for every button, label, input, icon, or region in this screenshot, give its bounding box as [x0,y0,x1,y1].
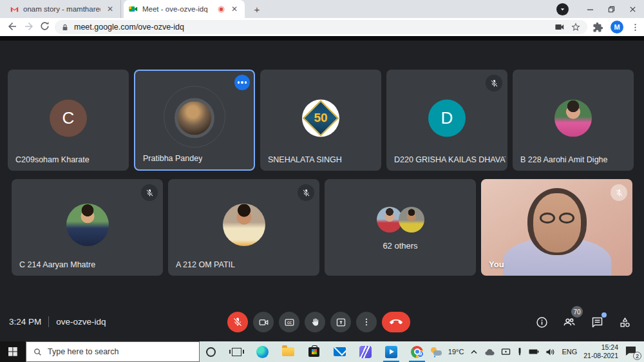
extensions-puzzle-icon[interactable] [592,22,603,33]
camera-toggle-button[interactable] [253,312,274,332]
clock-time: 15:24 [583,343,618,352]
forward-button[interactable] [23,21,36,33]
search-icon [33,348,42,356]
gmail-favicon-icon [10,6,19,13]
new-tab-button[interactable]: + [251,3,263,15]
overflow-participants-tile[interactable]: 62 others [325,179,476,276]
chat-panel-button[interactable] [589,314,605,330]
start-button[interactable] [0,341,26,362]
mic-toggle-button[interactable] [227,312,248,332]
meeting-code: ove-ozve-idq [56,317,106,327]
task-view-button[interactable] [227,341,247,362]
mic-muted-icon [298,184,314,201]
avatar [223,204,265,246]
tile-more-options-button[interactable] [234,75,250,90]
tray-expand-chevron-icon[interactable] [470,349,478,355]
language-indicator[interactable]: ENG [562,348,577,356]
participants-panel-button[interactable]: 70 [561,314,578,330]
cortana-button[interactable] [201,341,221,362]
action-center-button[interactable]: 2 [625,345,639,358]
window-minimize-button[interactable] [587,6,594,13]
movies-tv-icon [385,346,397,358]
browser-toolbar: meet.google.com/ove-ozve-idq M [0,18,644,36]
bookmark-star-icon[interactable] [571,22,581,32]
notification-count-badge: 2 [633,352,641,360]
url-text: meet.google.com/ove-ozve-idq [74,23,549,32]
meeting-panels: 70 [533,314,633,330]
weather-icon[interactable] [430,347,442,356]
call-controls: CC [227,312,410,332]
tab-close-icon[interactable]: ✕ [105,4,115,14]
clock-date: 21-08-2021 [583,352,618,360]
browser-tab-strip: onam story - mamthareddy@me ✕ Meet - ove… [0,0,644,18]
movies-tv-button[interactable] [381,341,401,362]
pen-icon[interactable] [517,347,522,356]
participant-name: Pratibha Pandey [143,154,202,163]
wireless-display-icon[interactable] [501,348,511,356]
activities-button[interactable] [616,314,633,330]
participant-name: D220 GRISHA KAILAS DHAVAT... [394,155,506,164]
participant-name: C209soham Kharate [15,155,90,164]
raise-hand-button[interactable] [305,312,325,332]
participant-tile[interactable]: D D220 GRISHA KAILAS DHAVAT... [386,70,507,171]
captions-button[interactable]: CC [279,312,299,332]
tab-gmail[interactable]: onam story - mamthareddy@me ✕ [5,0,121,18]
lock-icon[interactable] [61,23,69,32]
task-view-icon [232,348,242,356]
participant-tile[interactable]: A 212 OM PATIL [168,179,319,276]
participants-count-badge: 70 [571,306,583,318]
avatar: D [428,99,466,137]
avatar: 50 [302,99,339,137]
tab-meet[interactable]: Meet - ove-ozve-idq ✕ [124,0,245,18]
microsoft-store-button[interactable] [304,341,324,362]
chrome-meet-badge: M [417,350,424,357]
address-bar[interactable]: meet.google.com/ove-ozve-idq [55,20,587,34]
avatar [66,204,109,246]
tab-title: Meet - ove-ozve-idq [142,5,213,13]
app-a-icon [359,346,372,358]
tab-close-icon[interactable]: ✕ [229,4,240,14]
participant-tile-active-speaker[interactable]: Pratibha Pandey [134,70,255,171]
chrome-button[interactable]: M [407,341,427,362]
more-options-button[interactable] [356,312,377,332]
self-video-tile[interactable]: You [481,179,632,276]
edge-button[interactable] [252,341,272,362]
window-restore-button[interactable] [608,6,615,13]
taskbar-search-input[interactable]: Type here to search [26,341,200,362]
participant-name: SNEHALATA SINGH [268,155,342,164]
file-explorer-button[interactable] [278,341,298,362]
end-call-button[interactable] [382,312,410,332]
avatar: C [50,99,87,137]
mail-button[interactable] [330,341,350,362]
taskbar-clock[interactable]: 15:24 21-08-2021 [583,343,618,359]
meeting-details-button[interactable] [533,314,550,330]
divider [48,316,49,327]
reload-button[interactable] [39,21,52,33]
onedrive-icon[interactable] [484,348,495,356]
store-icon [308,347,319,357]
participant-tile[interactable]: C 214 Aaryan Mhatre [12,179,163,276]
volume-icon[interactable] [545,348,555,356]
participant-name: C 214 Aaryan Mhatre [19,260,95,269]
camera-in-use-icon[interactable] [554,23,565,32]
mic-muted-icon [486,75,502,91]
avatar [399,207,424,233]
app-a-button[interactable] [355,341,375,362]
window-close-button[interactable] [629,6,636,13]
windows-taskbar: Type here to search M 19°C [0,341,644,362]
media-controls-button[interactable] [556,3,569,15]
cortana-icon [206,347,216,357]
mail-icon [334,347,346,356]
participant-tile[interactable]: C C209soham Kharate [8,70,129,171]
participant-tile[interactable]: 50 SNEHALATA SINGH [260,70,381,171]
browser-menu-icon[interactable] [630,23,640,32]
participant-tile[interactable]: B 228 Aarohi Amit Dighe [513,70,634,171]
avatar [175,98,214,138]
page-top-strip [0,36,644,41]
temperature-label[interactable]: 19°C [448,348,464,356]
browser-profile-avatar[interactable]: M [611,21,623,33]
battery-icon[interactable] [529,348,539,355]
present-screen-button[interactable] [330,312,351,332]
back-button[interactable] [6,21,19,33]
others-count-label: 62 others [325,241,476,251]
